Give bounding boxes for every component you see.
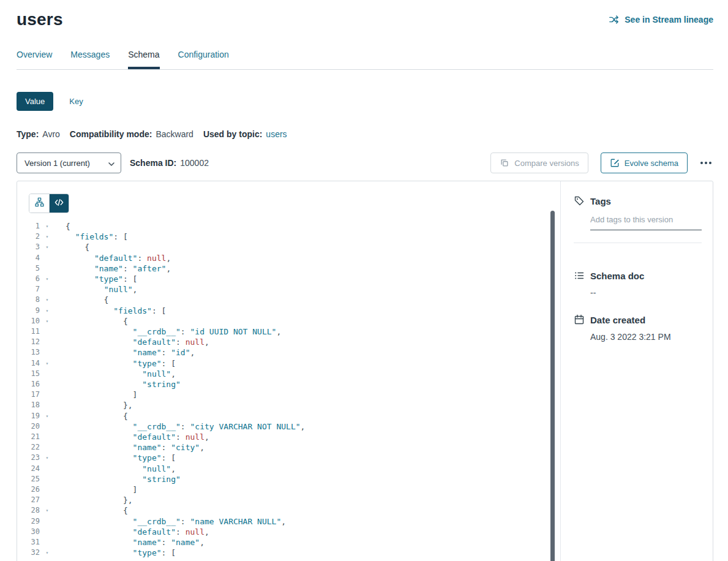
fold-gutter (40, 464, 54, 474)
fold-gutter (40, 474, 54, 484)
compare-versions-label: Compare versions (514, 159, 579, 168)
fold-toggle-icon[interactable]: ▾ (40, 358, 54, 369)
tab-schema[interactable]: Schema (128, 50, 159, 69)
code-text: { (54, 505, 128, 516)
code-line: 19▾ { (29, 411, 560, 421)
tags-heading-row: Tags (574, 195, 702, 206)
line-number: 27 (29, 495, 40, 505)
tags-input[interactable] (590, 215, 702, 230)
code-line: 8▾ { (29, 295, 560, 305)
line-number: 8 (29, 295, 40, 305)
code-text: "name": "city", (54, 442, 205, 453)
version-select[interactable]: Version 1 (current) (17, 152, 121, 173)
code-text: "null", (54, 284, 137, 295)
code-line: 2▾ "fields": [ (29, 232, 560, 242)
edit-schema-icon (610, 158, 620, 168)
date-created-value: Aug. 3 2022 3:21 PM (590, 332, 702, 342)
line-number: 16 (29, 379, 40, 390)
key-toggle-button[interactable]: Key (61, 92, 91, 111)
code-line: 5 "name": "after", (29, 263, 560, 274)
fold-toggle-icon[interactable]: ▾ (40, 306, 54, 316)
fold-toggle-icon[interactable]: ▾ (40, 242, 54, 252)
line-number: 4 (29, 253, 40, 263)
date-created-heading: Date created (590, 315, 645, 325)
code-line: 16 "string" (29, 379, 560, 390)
code-line: 11 "__crdb__": "id UUID NOT NULL", (29, 326, 560, 337)
evolve-schema-label: Evolve schema (625, 159, 678, 168)
topic-label: Used by topic: (203, 129, 262, 139)
line-number: 32 (29, 548, 40, 558)
fold-toggle-icon[interactable]: ▾ (40, 316, 54, 326)
fold-gutter (40, 537, 54, 548)
tab-configuration[interactable]: Configuration (178, 50, 229, 69)
version-toolbar: Version 1 (current) Schema ID: 100002 Co… (17, 152, 713, 173)
fold-toggle-icon[interactable]: ▾ (40, 232, 54, 242)
tab-messages[interactable]: Messages (70, 50, 110, 69)
fold-toggle-icon[interactable]: ▾ (40, 295, 54, 305)
fold-gutter (40, 263, 54, 274)
code-line: 6▾ "type": [ (29, 274, 560, 284)
code-line: 10▾ { (29, 316, 560, 326)
compare-versions-button[interactable]: Compare versions (490, 152, 588, 173)
tags-heading: Tags (590, 196, 611, 206)
code-text: }, (54, 400, 133, 410)
code-line: 7 "null", (29, 284, 560, 295)
line-number: 6 (29, 274, 40, 284)
more-options-button[interactable] (699, 157, 713, 169)
code-text: "name": "after", (54, 263, 171, 274)
schema-doc-icon (574, 270, 585, 281)
fold-toggle-icon[interactable]: ▾ (40, 505, 54, 516)
version-select-control[interactable]: Version 1 (current) (17, 153, 121, 173)
fold-toggle-icon[interactable]: ▾ (40, 274, 54, 284)
code-line: 3▾ { (29, 242, 560, 252)
code-text: "default": null, (54, 527, 209, 537)
line-number: 1 (29, 221, 40, 232)
code-text: "__crdb__": "name VARCHAR NULL", (54, 516, 286, 527)
schema-detail-card: 1▾{2▾ "fields": [3▾ {4 "default": null,5… (17, 181, 713, 561)
fold-toggle-icon[interactable]: ▾ (40, 411, 54, 421)
code-text: "default": null, (54, 253, 171, 263)
fold-gutter (40, 379, 54, 390)
code-line: 31 "name": "name", (29, 537, 560, 548)
stream-lineage-link[interactable]: See in Stream lineage (609, 14, 713, 25)
line-number: 25 (29, 474, 40, 484)
line-number: 22 (29, 442, 40, 453)
code-text: "type": [ (54, 548, 176, 558)
editor-scrollbar[interactable] (550, 211, 555, 561)
code-line: 27 }, (29, 495, 560, 505)
line-number: 18 (29, 400, 40, 410)
type-value: Avro (42, 129, 60, 139)
line-number: 12 (29, 337, 40, 347)
fold-gutter (40, 527, 54, 537)
line-number: 9 (29, 306, 40, 316)
code-line: 32▾ "type": [ (29, 548, 560, 558)
line-number: 2 (29, 232, 40, 242)
fold-gutter (40, 390, 54, 400)
fold-toggle-icon[interactable]: ▾ (40, 548, 54, 558)
code-text: "__crdb__": "id UUID NOT NULL", (54, 326, 281, 337)
topic-link[interactable]: users (266, 129, 287, 139)
code-line: 26 ] (29, 484, 560, 495)
fold-toggle-icon[interactable]: ▾ (40, 221, 54, 232)
code-text: ] (54, 484, 137, 495)
meta-type: Type: Avro (17, 129, 60, 139)
code-view-button[interactable] (49, 194, 69, 213)
compatibility-value: Backward (156, 129, 193, 139)
code-view-icon (54, 197, 64, 209)
code-text: "type": [ (54, 358, 176, 369)
line-number: 3 (29, 242, 40, 252)
value-toggle-button[interactable]: Value (17, 92, 53, 111)
fold-gutter (40, 495, 54, 505)
code-text: "fields": [ (54, 232, 128, 242)
evolve-schema-button[interactable]: Evolve schema (601, 152, 688, 173)
tab-bar: Overview Messages Schema Configuration (17, 50, 713, 70)
line-number: 14 (29, 358, 40, 369)
code-text: "name": "name", (54, 537, 205, 548)
fold-toggle-icon[interactable]: ▾ (40, 453, 54, 463)
code-text: "default": null, (54, 337, 209, 347)
type-label: Type: (17, 129, 39, 139)
tree-view-button[interactable] (29, 194, 49, 213)
code-text: { (54, 221, 70, 232)
tab-overview[interactable]: Overview (17, 50, 52, 69)
code-editor-lines[interactable]: 1▾{2▾ "fields": [3▾ {4 "default": null,5… (29, 221, 560, 559)
